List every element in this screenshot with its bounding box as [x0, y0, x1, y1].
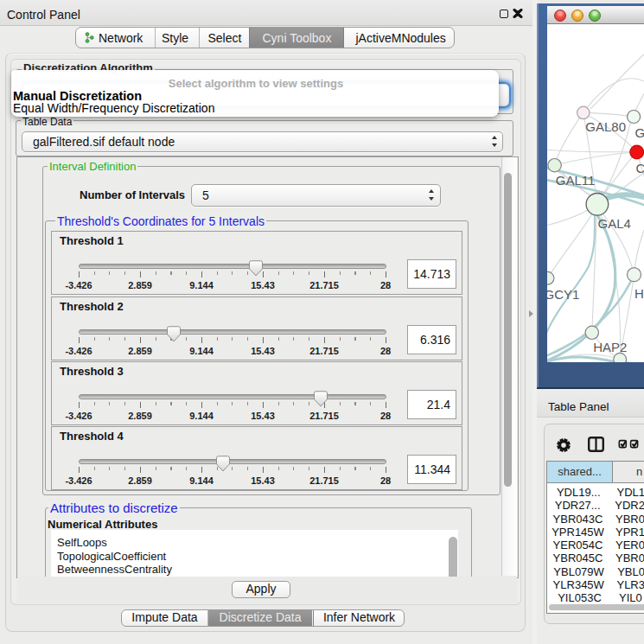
svg-text:GAL4: GAL4 — [598, 216, 631, 231]
svg-text:GAL11: GAL11 — [556, 173, 596, 188]
svg-text:H: H — [634, 286, 644, 301]
svg-text:HAP2: HAP2 — [593, 340, 627, 354]
svg-text:GAL80: GAL80 — [585, 119, 626, 134]
svg-text:C: C — [636, 161, 644, 175]
svg-text:GA: GA — [635, 125, 644, 140]
svg-text:GCY1: GCY1 — [547, 287, 579, 302]
